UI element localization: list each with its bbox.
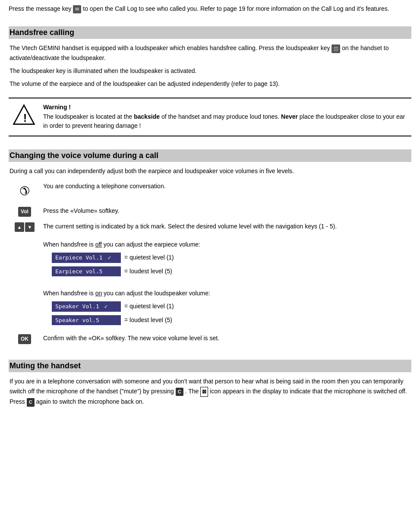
- step4-icon-cell: OK: [9, 331, 40, 347]
- speaker-key-icon: ◫: [332, 44, 340, 53]
- step2-row: Vol Press the «Volume» softkey.: [9, 204, 411, 219]
- step2-content: Press the «Volume» softkey.: [40, 204, 411, 219]
- ok-badge: OK: [18, 334, 31, 344]
- c-key-icon-2: C: [27, 398, 35, 407]
- speaker-vol1-row: Speaker Vol.1 ✓ = quietest level (1): [52, 301, 407, 313]
- handsfree-para1: The Vtech GEMINI handset is equipped wit…: [9, 43, 411, 63]
- volume-title: Changing the voice volume during a call: [9, 151, 411, 160]
- handsfree-title: Handsfree calling: [9, 28, 411, 37]
- speaker-vol5-item: Speaker vol.5: [52, 315, 121, 326]
- handsfree-content: The Vtech GEMINI handset is equipped wit…: [9, 43, 411, 89]
- steps-table: ✆ You are conducting a telephone convers…: [9, 179, 411, 347]
- earpiece-volume-options: Earpiece Vol.1 ✓ = quietest level (1) Ea…: [52, 252, 407, 277]
- vol-badge: Vol: [18, 207, 31, 217]
- volume-content: During a call you can independently adju…: [9, 166, 411, 347]
- warning-title: Warning !: [43, 104, 411, 111]
- warning-triangle-icon: !: [12, 104, 36, 127]
- speaker-vol1-item: Speaker Vol.1 ✓: [52, 301, 121, 312]
- earpiece-vol5-row: Earpiece vol.5 = loudest level (5): [52, 266, 407, 278]
- step3-content: The current setting is indicated by a ti…: [40, 219, 411, 331]
- step4-content: Confirm with the «OK» softkey. The new v…: [40, 331, 411, 347]
- muting-title: Muting the handset: [9, 361, 411, 370]
- volume-intro: During a call you can independently adju…: [9, 166, 411, 176]
- step3-row: ▲ ▼ The current setting is indicated by …: [9, 219, 411, 331]
- muting-content: If you are in a telephone conversation w…: [9, 376, 411, 406]
- nav-down-arrow: ▼: [25, 222, 35, 232]
- volume-section-header: Changing the voice volume during a call: [9, 149, 411, 162]
- phone-icon: ✆: [20, 182, 30, 201]
- nav-arrows: ▲ ▼: [15, 222, 35, 232]
- handsfree-section-header: Handsfree calling: [9, 26, 411, 39]
- earpiece-vol1-row: Earpiece Vol.1 ✓ = quietest level (1): [52, 252, 407, 264]
- mute-icon: ⊠: [200, 387, 208, 397]
- step1-content: You are conducting a telephone conversat…: [40, 179, 411, 204]
- warning-body: The loudspeaker is located at the backsi…: [43, 112, 411, 130]
- warning-text-content: Warning ! The loudspeaker is located at …: [39, 104, 411, 130]
- speaker-volume-options: Speaker Vol.1 ✓ = quietest level (1) Spe…: [52, 301, 407, 326]
- intro-paragraph: Press the message key ✉ to open the Call…: [9, 4, 411, 13]
- svg-text:!: !: [23, 112, 27, 124]
- c-key-icon: C: [176, 388, 183, 396]
- step1-row: ✆ You are conducting a telephone convers…: [9, 179, 411, 204]
- muting-section-header: Muting the handset: [9, 360, 411, 372]
- warning-icon-cell: !: [9, 104, 39, 127]
- nav-up-arrow: ▲: [15, 222, 24, 232]
- step1-icon-cell: ✆: [9, 179, 40, 204]
- step3-icon-cell: ▲ ▼: [9, 219, 40, 331]
- message-key-icon: ✉: [73, 5, 81, 13]
- muting-para1: If you are in a telephone conversation w…: [9, 376, 411, 406]
- handsfree-section: Handsfree calling The Vtech GEMINI hands…: [9, 26, 411, 136]
- handsfree-para3: The volume of the earpiece and of the lo…: [9, 79, 411, 89]
- earpiece-vol1-item: Earpiece Vol.1 ✓: [52, 253, 121, 263]
- speaker-vol5-row: Speaker vol.5 = loudest level (5): [52, 314, 407, 326]
- muting-section: Muting the handset If you are in a telep…: [9, 360, 411, 406]
- earpiece-vol5-item: Earpiece vol.5: [52, 266, 121, 277]
- handsfree-para2: The loudspeaker key is illuminated when …: [9, 66, 411, 76]
- step4-row: OK Confirm with the «OK» softkey. The ne…: [9, 331, 411, 347]
- volume-section: Changing the voice volume during a call …: [9, 149, 411, 347]
- step2-icon-cell: Vol: [9, 204, 40, 219]
- warning-box: ! Warning ! The loudspeaker is located a…: [9, 98, 411, 136]
